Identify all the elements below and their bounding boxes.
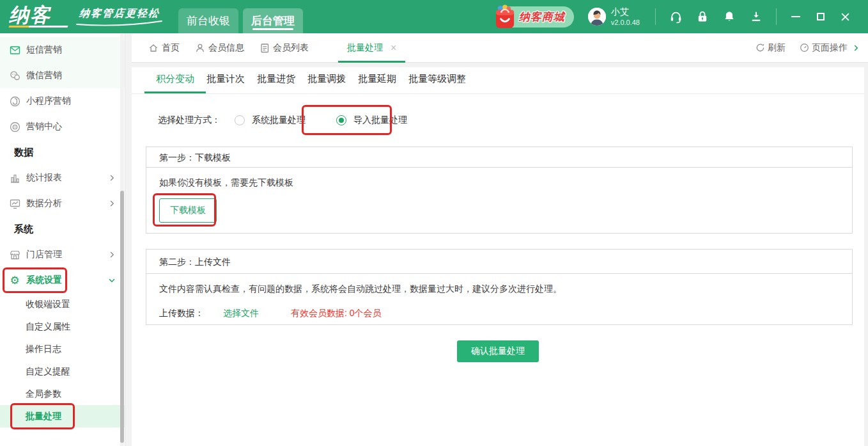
sidebar-subitem-custom-reminder[interactable]: 自定义提醒 bbox=[0, 360, 125, 383]
customer-service-icon[interactable] bbox=[669, 10, 683, 24]
valid-member-data-text: 有效会员数据: 0个会员 bbox=[291, 308, 382, 319]
sidebar-subitem-operation-log[interactable]: 操作日志 bbox=[0, 338, 125, 360]
step2-title: 第二步：上传文件 bbox=[146, 250, 852, 274]
step2-hint: 文件内容需认真检查，有问题的数据，系统将会自动跳过处理，数据量过大时，建议分多次… bbox=[159, 283, 839, 295]
slogan-swoosh bbox=[75, 20, 164, 26]
radio-selected-icon[interactable] bbox=[336, 115, 346, 125]
processing-mode-row: 选择处理方式： 系统批量处理 导入批量处理 bbox=[132, 106, 864, 135]
shopping-bag-icon bbox=[493, 4, 517, 29]
user-account[interactable]: 小艾 v2.0.0.48 bbox=[588, 7, 640, 26]
sidebar-item-statistics-report[interactable]: 统计报表 bbox=[0, 165, 125, 191]
content-tab-batch-level-adjust[interactable]: 批量等级调整 bbox=[408, 73, 466, 93]
tab-label: 首页 bbox=[162, 42, 180, 54]
content-tab-label: 批量调拨 bbox=[307, 73, 346, 84]
content-tab-label: 批量计次 bbox=[206, 73, 245, 84]
confirm-batch-processing-button[interactable]: 确认批量处理 bbox=[457, 340, 539, 362]
radio-label: 导入批量处理 bbox=[353, 115, 407, 126]
divider bbox=[776, 8, 777, 25]
sidebar-item-miniprogram-marketing[interactable]: 小程序营销 bbox=[0, 88, 125, 114]
content-tab-batch-purchase[interactable]: 批量进货 bbox=[257, 73, 295, 93]
nav-tab-front-cashier[interactable]: 前台收银 bbox=[178, 8, 238, 33]
list-icon bbox=[260, 43, 270, 53]
sidebar-item-store-management[interactable]: 门店管理 bbox=[0, 242, 125, 267]
sidebar-item-label: 操作日志 bbox=[26, 344, 61, 355]
sidebar-item-label: 全局参数 bbox=[26, 388, 61, 400]
chevron-right-icon bbox=[851, 44, 860, 52]
content-tab-points-change[interactable]: 积分变动 bbox=[156, 73, 194, 93]
tab-home[interactable]: 首页 bbox=[148, 42, 180, 54]
tab-label: 会员信息 bbox=[208, 42, 244, 54]
nav-tab-backoffice[interactable]: 后台管理 bbox=[243, 8, 303, 33]
close-button[interactable] bbox=[841, 13, 849, 21]
content-tab-batch-extension[interactable]: 批量延期 bbox=[358, 73, 396, 93]
sidebar-item-label: 系统设置 bbox=[26, 275, 62, 286]
slogan-text: 纳客管店更轻松 bbox=[79, 7, 160, 20]
sidebar-item-sms-marketing[interactable]: 短信营销 bbox=[0, 37, 125, 63]
content-tab-batch-count[interactable]: 批量计次 bbox=[206, 73, 245, 93]
content-tabs: 积分变动 批量计次 批量进货 批量调拨 批量延期 批量等级调整 bbox=[132, 67, 864, 94]
action-label: 刷新 bbox=[768, 42, 786, 54]
content-tab-batch-transfer[interactable]: 批量调拨 bbox=[307, 73, 346, 93]
slogan: 纳客管店更轻松 bbox=[75, 7, 164, 26]
radio-unselected-icon[interactable] bbox=[235, 115, 245, 125]
chevron-right-icon bbox=[107, 250, 116, 259]
logo-text: 纳客 bbox=[9, 6, 51, 25]
step1-title: 第一步：下载模板 bbox=[146, 147, 852, 168]
download-icon[interactable] bbox=[749, 10, 763, 24]
page-operations-button[interactable]: 页面操作 bbox=[800, 42, 860, 54]
sidebar-subitem-cashier-settings[interactable]: 收银端设置 bbox=[0, 293, 125, 315]
step2-upload-file-box: 第二步：上传文件 文件内容需认真检查，有问题的数据，系统将会自动跳过处理，数据量… bbox=[146, 249, 853, 325]
tab-member-info[interactable]: 会员信息 bbox=[195, 42, 244, 54]
sidebar-item-label: 微信营销 bbox=[26, 70, 62, 81]
topbar-nav: 前台收银 后台管理 bbox=[174, 8, 303, 33]
nav-tab-label: 后台管理 bbox=[251, 13, 295, 28]
tab-close-icon[interactable]: × bbox=[391, 44, 396, 52]
tab-batch-processing[interactable]: 批量处理 × bbox=[338, 33, 405, 62]
content-tab-label: 批量延期 bbox=[358, 73, 396, 84]
choose-file-link[interactable]: 选择文件 bbox=[223, 308, 259, 319]
tab-member-list[interactable]: 会员列表 bbox=[260, 42, 309, 54]
user-name: 小艾 bbox=[611, 7, 640, 17]
sidebar-item-wechat-marketing[interactable]: 微信营销 bbox=[0, 63, 125, 88]
radio-label: 系统批量处理 bbox=[252, 115, 306, 126]
radio-option-import-batch[interactable]: 导入批量处理 bbox=[336, 115, 407, 126]
processing-mode-label: 选择处理方式： bbox=[158, 115, 221, 126]
refresh-button[interactable]: 刷新 bbox=[756, 42, 786, 54]
action-label: 页面操作 bbox=[812, 42, 848, 54]
sidebar-scrollbar-thumb[interactable] bbox=[120, 191, 124, 443]
sidebar-item-label: 自定义提醒 bbox=[26, 366, 70, 378]
sidebar-item-label: 营销中心 bbox=[26, 121, 62, 132]
radio-option-system-batch[interactable]: 系统批量处理 bbox=[235, 115, 306, 126]
sidebar-item-data-analysis[interactable]: 数据分析 bbox=[0, 191, 125, 216]
chevron-right-icon bbox=[107, 173, 116, 182]
sidebar: 短信营销 微信营销 小程序营销 营销中心 数据 统计报表 数据分析 系 bbox=[0, 33, 125, 446]
section-label: 数据 bbox=[14, 147, 33, 159]
mall-badge-button[interactable]: 纳客商城 bbox=[499, 6, 574, 28]
marketing-icon bbox=[9, 121, 20, 132]
sidebar-subitem-custom-attributes[interactable]: 自定义属性 bbox=[0, 315, 125, 338]
topbar: 纳客 纳客管店更轻松 前台收银 后台管理 纳客商城 bbox=[0, 0, 868, 33]
maximize-icon bbox=[817, 13, 825, 20]
section-label: 系统 bbox=[14, 223, 33, 235]
nav-tab-label: 前台收银 bbox=[187, 13, 230, 28]
topbar-right: 纳客商城 小艾 v2.0.0.48 bbox=[499, 6, 868, 28]
refresh-icon bbox=[756, 43, 765, 52]
sidebar-section-system: 系统 bbox=[0, 216, 125, 242]
download-template-button[interactable]: 下载模板 bbox=[159, 198, 217, 223]
step1-download-template-box: 第一步：下载模板 如果你没有模板，需要先下载模板 下载模板 bbox=[146, 147, 853, 234]
step1-hint: 如果你没有模板，需要先下载模板 bbox=[159, 177, 839, 189]
bell-icon[interactable] bbox=[722, 10, 736, 24]
sidebar-subitem-global-params[interactable]: 全局参数 bbox=[0, 383, 125, 405]
content-tab-label: 积分变动 bbox=[156, 73, 194, 84]
sidebar-item-system-settings[interactable]: ⚙ 系统设置 bbox=[0, 267, 125, 293]
maximize-button[interactable] bbox=[817, 13, 825, 20]
minimize-button[interactable] bbox=[791, 16, 800, 17]
lock-icon[interactable] bbox=[695, 10, 709, 24]
sms-icon bbox=[9, 44, 20, 56]
upload-data-label: 上传数据： bbox=[159, 308, 204, 319]
sidebar-item-marketing-center[interactable]: 营销中心 bbox=[0, 114, 125, 139]
sidebar-item-label: 小程序营销 bbox=[26, 95, 71, 107]
sidebar-subitem-batch-processing[interactable]: 批量处理 bbox=[0, 405, 125, 427]
sidebar-item-label: 门店管理 bbox=[26, 249, 62, 260]
content-tab-label: 批量等级调整 bbox=[408, 73, 466, 84]
